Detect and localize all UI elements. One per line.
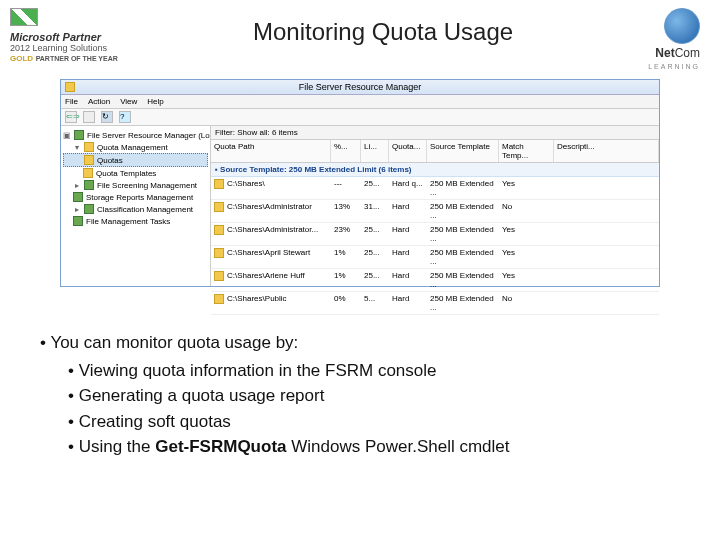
tree-classification[interactable]: ▸Classification Management (63, 203, 208, 215)
task-icon (73, 216, 83, 226)
template-icon (83, 168, 93, 178)
quota-rows: C:\Shares\---25...Hard q...250 MB Extend… (211, 177, 659, 315)
tree-root[interactable]: ▣File Server Resource Manager (Local) (63, 129, 208, 141)
gold-text: GOLD (10, 54, 33, 63)
toolbar: ↻ ? (61, 109, 659, 126)
tree-file-screening[interactable]: ▸File Screening Management (63, 179, 208, 191)
learning-text: LEARNING (648, 63, 700, 70)
table-row[interactable]: C:\Shares\Public0%5...Hard250 MB Extende… (211, 292, 659, 315)
poty-text: PARTNER OF THE YEAR (36, 55, 118, 62)
tree-file-mgmt-tasks[interactable]: File Management Tasks (63, 215, 208, 227)
menubar: File Action View Help (61, 95, 659, 109)
server-icon (74, 130, 84, 140)
main-pane: Filter: Show all: 6 items Quota Path %..… (211, 126, 659, 286)
bullet-lead: You can monitor quota usage by: (40, 330, 680, 356)
slide-header: Microsoft Partner 2012 Learning Solution… (0, 0, 720, 71)
table-row[interactable]: C:\Shares\---25...Hard q...250 MB Extend… (211, 177, 659, 200)
col-match[interactable]: Match Temp... (499, 140, 554, 162)
toolbar-button[interactable] (83, 111, 95, 123)
flag-icon (10, 8, 38, 26)
bullet-list: You can monitor quota usage by: Viewing … (40, 330, 680, 460)
netcom-light: Com (675, 46, 700, 60)
col-desc[interactable]: Descripti... (554, 140, 659, 162)
app-icon (65, 82, 75, 92)
tree-quotas[interactable]: Quotas (63, 153, 208, 167)
bullet-item: Viewing quota information in the FSRM co… (40, 358, 680, 384)
window-titlebar: File Server Resource Manager (61, 80, 659, 95)
globe-icon (664, 8, 700, 44)
screen-icon (84, 180, 94, 190)
report-icon (73, 192, 83, 202)
netcom-bold: Net (655, 46, 674, 60)
bullet-item-cmdlet: Using the Get-FSRMQuota Windows Power.Sh… (40, 434, 680, 460)
nav-tree: ▣File Server Resource Manager (Local) ▾Q… (61, 126, 211, 286)
col-limit[interactable]: Li... (361, 140, 389, 162)
col-path[interactable]: Quota Path (211, 140, 331, 162)
ms-partner-logo: Microsoft Partner 2012 Learning Solution… (10, 8, 118, 64)
table-row[interactable]: C:\Shares\April Stewart1%25...Hard250 MB… (211, 246, 659, 269)
col-used[interactable]: %... (331, 140, 361, 162)
menu-action[interactable]: Action (88, 97, 110, 106)
bullet-item: Creating soft quotas (40, 409, 680, 435)
menu-help[interactable]: Help (147, 97, 163, 106)
window-title: File Server Resource Manager (299, 82, 422, 92)
ms-sub-text: 2012 Learning Solutions (10, 43, 107, 53)
group-header[interactable]: ▪ Source Template: 250 MB Extended Limit… (211, 163, 659, 177)
fsrm-window: File Server Resource Manager File Action… (60, 79, 660, 287)
tree-storage-reports[interactable]: Storage Reports Management (63, 191, 208, 203)
col-template[interactable]: Source Template (427, 140, 499, 162)
tree-quota-templates[interactable]: Quota Templates (63, 167, 208, 179)
folder-icon (214, 294, 224, 304)
refresh-icon[interactable]: ↻ (101, 111, 113, 123)
netcom-logo: NetCom LEARNING (648, 8, 700, 71)
folder-icon (214, 202, 224, 212)
bullet-item: Generating a quota usage report (40, 383, 680, 409)
tree-quota-mgmt[interactable]: ▾Quota Management (63, 141, 208, 153)
slide-title: Monitoring Quota Usage (118, 8, 648, 46)
menu-file[interactable]: File (65, 97, 78, 106)
folder-icon (84, 142, 94, 152)
table-row[interactable]: C:\Shares\Arlene Huff1%25...Hard250 MB E… (211, 269, 659, 292)
ms-partner-text: Microsoft Partner (10, 31, 101, 43)
menu-view[interactable]: View (120, 97, 137, 106)
nav-back-forward-icon[interactable] (65, 111, 77, 123)
table-row[interactable]: C:\Shares\Administrator...23%25...Hard25… (211, 223, 659, 246)
filter-bar[interactable]: Filter: Show all: 6 items (211, 126, 659, 140)
col-type[interactable]: Quota... (389, 140, 427, 162)
class-icon (84, 204, 94, 214)
quota-icon (84, 155, 94, 165)
folder-icon (214, 248, 224, 258)
column-headers: Quota Path %... Li... Quota... Source Te… (211, 140, 659, 163)
folder-icon (214, 179, 224, 189)
help-icon[interactable]: ? (119, 111, 131, 123)
table-row[interactable]: C:\Shares\Administrator13%31...Hard250 M… (211, 200, 659, 223)
folder-icon (214, 225, 224, 235)
folder-icon (214, 271, 224, 281)
